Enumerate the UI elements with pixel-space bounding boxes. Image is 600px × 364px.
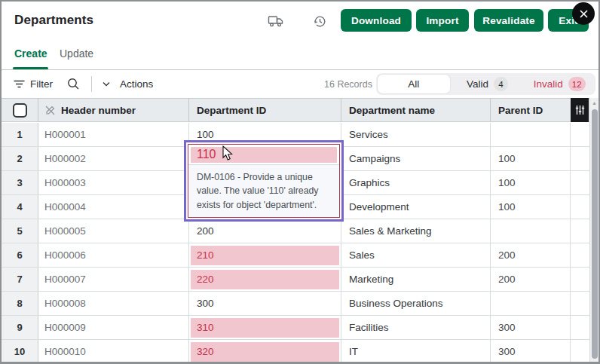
tab-bar: Create Update [2,39,598,70]
history-icon[interactable] [311,13,329,29]
row-number[interactable]: 6 [2,243,38,267]
column-header-department-id[interactable]: Department ID [189,99,341,121]
segment-all-label: All [408,78,419,90]
header-number-cell[interactable]: H000005 [38,219,189,243]
column-label: Parent ID [498,105,543,116]
selected-department-id-cell[interactable]: 110 [188,145,339,164]
column-header-department-name[interactable]: Department name [341,99,491,121]
department-id-cell[interactable]: 300 [189,292,341,315]
header-number-cell[interactable]: H000006 [38,243,189,267]
segment-invalid[interactable]: Invalid 12 [523,73,595,95]
invalid-value-chip[interactable]: 110 [191,147,337,163]
department-name-cell[interactable]: Marketing [341,268,491,291]
header-number-cell[interactable]: H000007 [38,268,189,291]
tab-update[interactable]: Update [60,47,93,60]
department-name-cell[interactable]: Sales & Marketing [341,219,491,243]
header-number-cell[interactable]: H000008 [38,292,189,315]
department-id-cell[interactable]: 200 [189,219,341,243]
department-id-cell[interactable]: 220 [189,268,341,291]
column-header-parent-id[interactable]: Parent ID [491,99,571,121]
row-number[interactable]: 2 [2,147,38,170]
header-number-cell[interactable]: H000009 [38,316,189,339]
invalid-count-badge: 12 [568,77,586,91]
department-name-cell[interactable]: Development [341,195,491,219]
row-gap [571,147,589,170]
row-number[interactable]: 7 [2,268,38,291]
filter-button[interactable]: Filter [14,78,53,90]
parent-id-cell[interactable]: 200 [491,243,571,267]
scroll-up-arrow-icon[interactable]: ▲ [590,100,598,106]
revalidate-button[interactable]: Revalidate [474,9,543,32]
select-all-cell [2,99,38,121]
header-number-cell[interactable]: H000002 [38,147,189,170]
row-number[interactable]: 3 [2,171,38,194]
parent-id-cell[interactable]: 100 [491,147,571,170]
department-name-cell[interactable]: Campaigns [341,147,491,170]
column-settings-button[interactable] [571,98,589,122]
edit-off-icon [44,105,56,116]
department-id-cell[interactable]: 210 [189,243,341,267]
department-id-cell[interactable]: 310 [189,316,341,339]
cell-value: 300 [189,298,214,309]
table-row: 6H000006210Sales200 [2,243,589,268]
filter-label: Filter [30,78,53,90]
department-name-cell[interactable]: Business Operations [341,292,491,315]
parent-id-cell[interactable] [491,123,571,146]
row-number[interactable]: 9 [2,316,38,339]
column-settings-icon [575,105,585,115]
top-bar: Departments Download Import Revalidate [2,2,598,39]
row-number[interactable]: 1 [2,123,38,146]
tab-create[interactable]: Create [14,47,47,60]
records-count: 16 Records [324,79,372,90]
invalid-value-chip[interactable]: 310 [191,318,339,338]
department-name-cell[interactable]: Sales [341,243,491,267]
row-gap [571,171,589,194]
department-name-cell[interactable]: Facilities [341,316,491,339]
download-button[interactable]: Download [341,9,412,32]
row-number[interactable]: 5 [2,219,38,243]
truck-icon[interactable] [267,13,285,29]
header-number-cell[interactable]: H000010 [38,340,189,363]
department-name-cell[interactable]: IT [341,340,491,363]
header-number-cell[interactable]: H000001 [38,123,189,146]
row-gap [571,195,589,219]
row-number[interactable]: 10 [2,340,38,363]
close-button[interactable] [572,2,595,25]
segment-valid[interactable]: Valid 4 [452,73,524,95]
parent-id-cell[interactable]: 100 [491,195,571,219]
parent-id-cell[interactable]: 100 [491,171,571,194]
parent-id-cell[interactable] [491,292,571,315]
segment-all[interactable]: All [378,75,450,93]
actions-menu-button[interactable]: Actions [103,78,153,90]
invalid-value-chip[interactable]: 320 [191,342,339,362]
invalid-value-chip[interactable]: 210 [191,246,339,265]
row-gap [571,316,589,339]
parent-id-cell[interactable]: 300 [491,340,571,363]
close-icon [580,10,588,18]
parent-id-cell[interactable]: 200 [491,268,571,291]
select-all-checkbox[interactable] [13,103,27,118]
column-label: Department name [349,105,435,116]
toolbar: Filter Actions 16 Records All [2,70,598,98]
valid-count-badge: 4 [494,77,508,91]
scrollbar-thumb[interactable] [592,109,598,359]
search-button[interactable] [67,78,80,90]
header-number-cell[interactable]: H000004 [38,195,189,219]
table-row: 9H000009310Facilities300 [2,316,589,340]
department-name-cell[interactable]: Graphics [341,171,491,194]
vertical-scrollbar[interactable]: ▲ [589,98,598,362]
row-number[interactable]: 8 [2,292,38,315]
row-gap [571,219,589,243]
active-tab-indicator [13,67,48,69]
department-name-cell[interactable]: Services [341,123,491,146]
header-number-cell[interactable]: H000003 [38,171,189,194]
parent-id-cell[interactable]: 300 [491,316,571,339]
column-header-header-number[interactable]: Header number [38,99,189,121]
invalid-value-chip[interactable]: 220 [191,270,339,289]
parent-id-cell[interactable] [491,219,571,243]
table-row: 5H000005200Sales & Marketing [2,219,589,243]
table-row: 7H000007220Marketing200 [2,268,589,292]
import-button[interactable]: Import [416,9,469,32]
department-id-cell[interactable]: 320 [189,340,341,363]
row-number[interactable]: 4 [2,195,38,219]
